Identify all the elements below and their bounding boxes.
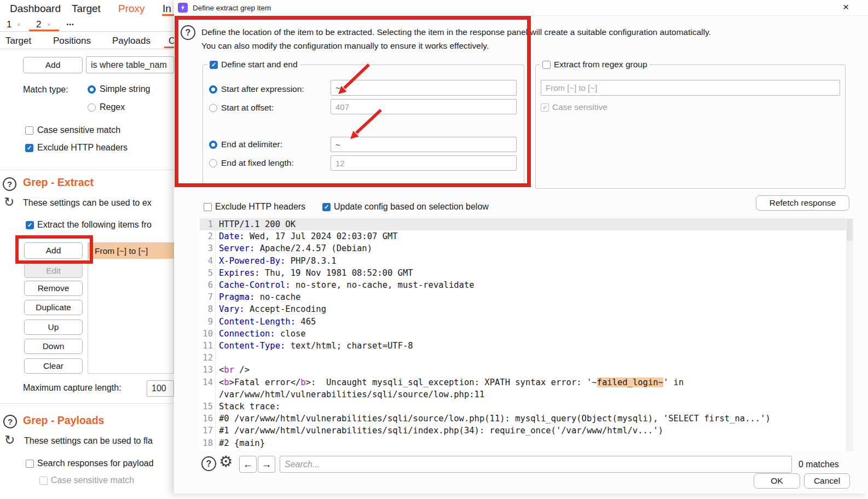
extract-add-button[interactable]: Add [24, 242, 83, 259]
response-line[interactable]: 16#0 /var/www/html/vulnerabilities/sqli/… [200, 413, 846, 425]
response-line[interactable]: 5Expires: Thu, 19 Nov 1981 08:52:00 GMT [200, 267, 846, 279]
tab-target[interactable]: Target [72, 3, 101, 15]
extract-up-button[interactable]: Up [24, 320, 83, 335]
response-scrollbar-thumb[interactable] [847, 219, 853, 241]
response-line[interactable]: 15Stack trace: [200, 401, 846, 413]
payloads-case-label: Case sensitive match [51, 475, 134, 485]
extract-remove-button[interactable]: Remove [24, 281, 83, 296]
exclude-headers-label[interactable]: Exclude HTTP headers [37, 143, 128, 153]
tab-row-divider [0, 31, 174, 32]
response-line[interactable]: 1HTTP/1.1 200 OK [200, 218, 846, 230]
tab-proxy[interactable]: Proxy [118, 3, 145, 15]
response-line[interactable]: 18#2 {main} [200, 437, 846, 449]
match-regex-radio[interactable] [88, 103, 96, 112]
match-regex-label[interactable]: Regex [100, 102, 125, 112]
search-input[interactable] [280, 456, 792, 473]
search-prev-button[interactable]: ← [239, 456, 257, 473]
attack-tab-more[interactable]: ... [66, 17, 74, 28]
case-sensitive-checkbox[interactable] [25, 126, 33, 135]
response-line[interactable]: 10Connection: close [200, 328, 846, 340]
end-at-fixed-length-label[interactable]: End at fixed length: [221, 158, 294, 168]
response-line[interactable]: 14<b>Fatal error</b>: Uncaught mysqli_sq… [200, 376, 846, 401]
response-line[interactable]: 11Content-Type: text/html; charset=UTF-8 [200, 340, 846, 352]
response-line[interactable]: 9Content-Length: 465 [200, 316, 846, 328]
attack-tab-1[interactable]: 1 [7, 19, 11, 30]
start-at-offset-radio[interactable] [209, 104, 217, 112]
response-lines[interactable]: 1HTTP/1.1 200 OK2Date: Wed, 17 Jul 2024 … [200, 218, 846, 451]
attack-tab-2-close-icon[interactable]: × [47, 21, 50, 28]
start-at-offset-label[interactable]: Start at offset: [221, 103, 274, 113]
tab-dashboard[interactable]: Dashboard [10, 3, 61, 15]
payload-value-field[interactable]: is where table_nam [86, 56, 174, 73]
exclude-headers-checkbox[interactable] [25, 144, 33, 152]
update-config-label[interactable]: Update config based on selection below [334, 202, 489, 212]
max-capture-field[interactable] [147, 380, 174, 397]
payload-add-button[interactable]: Add [23, 57, 83, 73]
dialog-exclude-headers-checkbox[interactable] [204, 203, 212, 211]
response-line[interactable]: 12 [200, 352, 846, 364]
start-after-expression-label[interactable]: Start after expression: [221, 84, 304, 94]
extract-down-button[interactable]: Down [24, 339, 83, 354]
match-simple-radio[interactable] [88, 85, 96, 94]
search-help-icon[interactable]: ? [201, 456, 216, 471]
extract-clear-button[interactable]: Clear [24, 358, 83, 374]
start-after-expression-radio[interactable] [209, 85, 217, 94]
payloads-case-checkbox[interactable] [39, 477, 48, 485]
subtab-payloads[interactable]: Payloads [112, 36, 151, 47]
case-sensitive-label[interactable]: Case sensitive match [37, 125, 120, 135]
response-line[interactable]: 17#1 /var/www/html/vulnerabilities/sqli/… [200, 425, 846, 437]
regex-case-checkbox[interactable] [541, 103, 549, 112]
grep-extract-desc: These settings can be used to ex [23, 198, 152, 208]
extract-items-label[interactable]: Extract the following items fro [37, 220, 152, 230]
tab-intruder[interactable]: In [163, 3, 171, 15]
help-icon[interactable]: ? [3, 177, 16, 191]
regex-group-checkbox[interactable] [542, 61, 551, 69]
reset-icon[interactable]: ↻ [4, 196, 14, 208]
close-icon[interactable]: × [843, 1, 849, 13]
end-at-fixed-length-radio[interactable] [209, 159, 217, 167]
cancel-button[interactable]: Cancel [804, 473, 850, 489]
response-scrollbar[interactable] [846, 218, 853, 451]
response-line[interactable]: 8Vary: Accept-Encoding [200, 303, 846, 315]
extract-items-list[interactable]: From [~] to [~] [88, 242, 174, 374]
burp-suite-window: Dashboard Target Proxy In 1 × 2 × ... Ta… [0, 0, 868, 499]
response-line[interactable]: 4X-Powered-By: PHP/8.3.1 [200, 255, 846, 267]
search-next-button[interactable]: → [258, 456, 275, 473]
regex-pattern-field[interactable] [541, 80, 840, 96]
response-line[interactable]: 2Date: Wed, 17 Jul 2024 02:03:07 GMT [200, 230, 846, 242]
search-settings-gear-icon[interactable]: ⚙ [219, 454, 233, 469]
extract-items-checkbox[interactable] [26, 221, 34, 229]
extract-duplicate-button[interactable]: Duplicate [24, 300, 83, 315]
subtab-positions[interactable]: Positions [53, 36, 91, 47]
subtab-divider [0, 49, 174, 49]
section-divider [0, 170, 174, 170]
end-at-delimiter-radio[interactable] [209, 141, 217, 149]
response-line[interactable]: 13<br /> [200, 364, 846, 376]
reset-icon-2[interactable]: ↻ [4, 434, 15, 446]
update-config-checkbox[interactable] [322, 203, 331, 211]
extract-edit-button[interactable]: Edit [24, 263, 83, 278]
search-responses-label[interactable]: Search responses for payload [37, 459, 154, 468]
attack-tab-2[interactable]: 2 [36, 19, 41, 30]
response-line[interactable]: 6Cache-Control: no-store, no-cache, must… [200, 279, 846, 291]
end-at-fixed-length-field[interactable] [331, 155, 517, 171]
dialog-exclude-headers-label[interactable]: Exclude HTTP headers [215, 202, 305, 212]
subtab-target[interactable]: Target [5, 36, 31, 47]
ok-button[interactable]: OK [754, 473, 800, 489]
response-line[interactable]: 7Pragma: no-cache [200, 291, 846, 303]
start-after-expression-field[interactable] [331, 80, 517, 96]
help-icon-2[interactable]: ? [3, 415, 17, 428]
end-at-delimiter-label[interactable]: End at delimiter: [221, 140, 282, 149]
extract-item-selected[interactable]: From [~] to [~] [88, 243, 173, 259]
match-simple-label[interactable]: Simple string [100, 84, 150, 94]
define-start-end-checkbox[interactable] [210, 61, 218, 69]
start-at-offset-field[interactable] [331, 99, 517, 114]
burp-bolt-icon [178, 3, 188, 13]
end-at-delimiter-field[interactable] [331, 137, 517, 152]
regex-group-legend: Extract from regex group [540, 60, 650, 69]
search-responses-checkbox[interactable] [26, 460, 34, 468]
refetch-response-button[interactable]: Refetch response [756, 195, 849, 211]
match-count: 0 matches [798, 460, 839, 469]
response-line[interactable]: 3Server: Apache/2.4.57 (Debian) [200, 242, 846, 254]
attack-tab-1-close-icon[interactable]: × [17, 21, 20, 28]
